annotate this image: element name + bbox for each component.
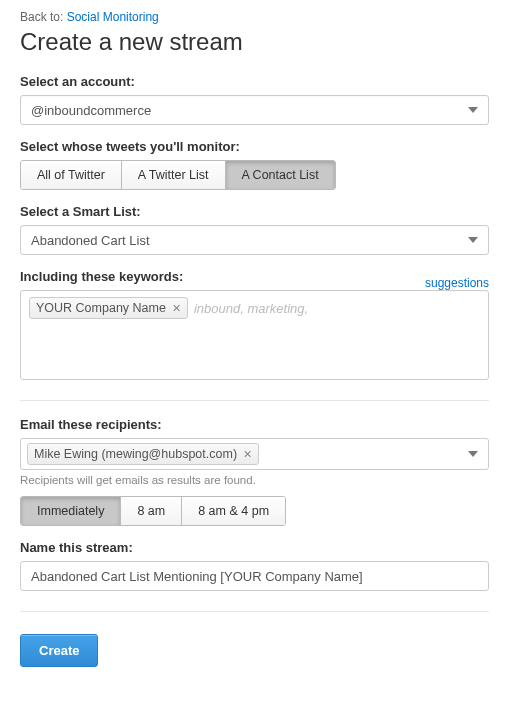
- remove-icon[interactable]: ✕: [243, 448, 252, 461]
- remove-icon[interactable]: ✕: [172, 302, 181, 315]
- monitor-option-0[interactable]: All of Twitter: [21, 161, 122, 189]
- recipient-tag-label: Mike Ewing (mewing@hubspot.com): [34, 447, 237, 461]
- stream-name-input[interactable]: [20, 561, 489, 591]
- chevron-down-icon: [468, 451, 478, 457]
- account-label: Select an account:: [20, 74, 489, 89]
- keyword-tag: YOUR Company Name✕: [29, 297, 188, 319]
- recipients-select[interactable]: Mike Ewing (mewing@hubspot.com)✕: [20, 438, 489, 470]
- page-title: Create a new stream: [20, 28, 489, 56]
- keywords-label: Including these keywords:: [20, 269, 183, 284]
- monitor-option-1[interactable]: A Twitter List: [122, 161, 226, 189]
- recipient-tag: Mike Ewing (mewing@hubspot.com)✕: [27, 443, 259, 465]
- create-button[interactable]: Create: [20, 634, 98, 667]
- chevron-down-icon: [468, 107, 478, 113]
- smartlist-select[interactable]: Abandoned Cart List: [20, 225, 489, 255]
- smartlist-label: Select a Smart List:: [20, 204, 489, 219]
- monitor-label: Select whose tweets you'll monitor:: [20, 139, 489, 154]
- divider: [20, 611, 489, 612]
- suggestions-link[interactable]: suggestions: [425, 276, 489, 290]
- keywords-input[interactable]: YOUR Company Name✕inbound, marketing,: [20, 290, 489, 380]
- frequency-option-1[interactable]: 8 am: [121, 497, 182, 525]
- name-label: Name this stream:: [20, 540, 489, 555]
- frequency-option-2[interactable]: 8 am & 4 pm: [182, 497, 285, 525]
- account-select[interactable]: @inboundcommerce: [20, 95, 489, 125]
- breadcrumb: Back to: Social Monitoring: [20, 10, 489, 24]
- monitor-option-2[interactable]: A Contact List: [226, 161, 335, 189]
- frequency-option-0[interactable]: Immediately: [21, 497, 121, 525]
- back-prefix: Back to:: [20, 10, 67, 24]
- smartlist-value: Abandoned Cart List: [31, 233, 150, 248]
- keywords-placeholder: inbound, marketing,: [192, 298, 310, 319]
- frequency-segmented: Immediately8 am8 am & 4 pm: [20, 496, 286, 526]
- keyword-tag-label: YOUR Company Name: [36, 301, 166, 315]
- recipients-label: Email these recipients:: [20, 417, 489, 432]
- monitor-segmented: All of TwitterA Twitter ListA Contact Li…: [20, 160, 336, 190]
- divider: [20, 400, 489, 401]
- back-link[interactable]: Social Monitoring: [67, 10, 159, 24]
- chevron-down-icon: [468, 237, 478, 243]
- account-value: @inboundcommerce: [31, 103, 151, 118]
- recipients-helper: Recipients will get emails as results ar…: [20, 474, 489, 486]
